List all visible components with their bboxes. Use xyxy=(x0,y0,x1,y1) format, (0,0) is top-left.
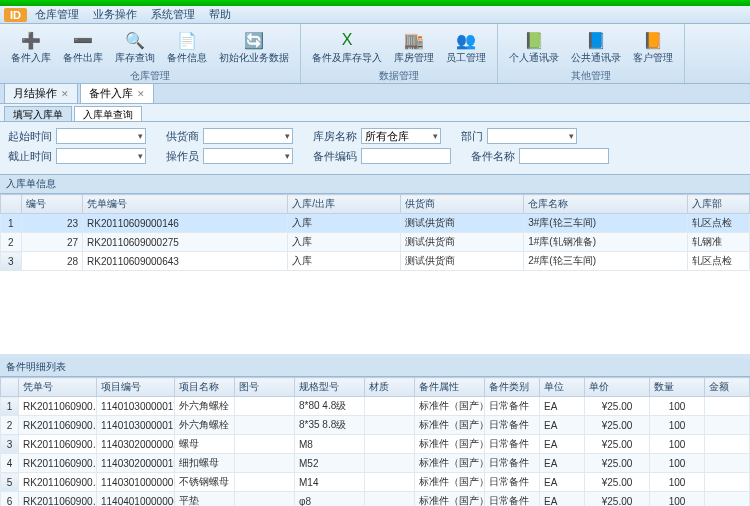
c1-icon: 📗 xyxy=(523,29,545,51)
store-icon: 🏬 xyxy=(403,29,425,51)
excel-icon: X xyxy=(336,29,358,51)
c2-icon: 📘 xyxy=(585,29,607,51)
tab-备件入库[interactable]: 备件入库✕ xyxy=(80,83,154,103)
filter-label: 起始时间 xyxy=(8,129,52,144)
ribbon-in-button[interactable]: ➕备件入库 xyxy=(6,26,56,68)
table-row[interactable]: 123RK20110609000146入库测试供货商3#库(轮三车间)轧区点检 xyxy=(1,214,750,233)
app-logo[interactable]: ID xyxy=(4,8,27,22)
col-header[interactable]: 编号 xyxy=(21,195,83,214)
ribbon-excel-button[interactable]: X备件及库存导入 xyxy=(307,26,387,68)
col-header[interactable] xyxy=(1,195,22,214)
filter-label: 供货商 xyxy=(166,129,199,144)
table-row[interactable]: 2RK2011060900…11401030000011外六角螺栓8*35 8.… xyxy=(1,416,750,435)
ribbon: ➕备件入库➖备件出库🔍库存查询📄备件信息🔄初始化业务数据仓库管理X备件及库存导入… xyxy=(0,24,750,84)
col-header[interactable]: 入库部 xyxy=(688,195,750,214)
col-header[interactable]: 单位 xyxy=(540,378,585,397)
table-row[interactable]: 227RK20110609000275入库测试供货商1#库(轧钢准备)轧钢准 xyxy=(1,233,750,252)
ribbon-info-button[interactable]: 📄备件信息 xyxy=(162,26,212,68)
main-grid[interactable]: 编号凭单编号入库/出库供货商仓库名称入库部123RK20110609000146… xyxy=(0,194,750,354)
filter-panel: 起始时间供货商库房名称所有仓库部门 截止时间操作员备件编码备件名称 xyxy=(0,122,750,175)
ribbon-query-button[interactable]: 🔍库存查询 xyxy=(110,26,160,68)
table-row[interactable]: 1RK2011060900…11401030000017外六角螺栓8*80 4.… xyxy=(1,397,750,416)
table-row[interactable]: 5RK2011060900…11403010000001不锈钢螺母M14标准件（… xyxy=(1,473,750,492)
filter-备件编码-input[interactable] xyxy=(361,148,451,164)
ribbon-group-label: 其他管理 xyxy=(504,68,678,84)
col-header[interactable]: 数量 xyxy=(650,378,705,397)
menu-business[interactable]: 业务操作 xyxy=(93,7,137,22)
table-row[interactable]: 6RK2011060900…11404010000006平垫φ8标准件（国产）日… xyxy=(1,492,750,507)
filter-库房名称-dropdown[interactable]: 所有仓库 xyxy=(361,128,441,144)
col-header[interactable]: 仓库名称 xyxy=(524,195,688,214)
tab-月结操作[interactable]: 月结操作✕ xyxy=(4,83,78,103)
filter-label: 截止时间 xyxy=(8,149,52,164)
ribbon-emp-button[interactable]: 👥员工管理 xyxy=(441,26,491,68)
col-header[interactable]: 材质 xyxy=(365,378,415,397)
detail-grid-title: 备件明细列表 xyxy=(0,358,750,377)
init-icon: 🔄 xyxy=(243,29,265,51)
filter-label: 操作员 xyxy=(166,149,199,164)
table-row[interactable]: 4RK2011060900…11403020000015细扣螺母M52标准件（国… xyxy=(1,454,750,473)
detail-grid[interactable]: 凭单号项目编号项目名称图号规格型号材质备件属性备件类别单位单价数量金额1RK20… xyxy=(0,377,750,506)
info-icon: 📄 xyxy=(176,29,198,51)
filter-label: 备件名称 xyxy=(471,149,515,164)
col-header[interactable]: 图号 xyxy=(235,378,295,397)
out-icon: ➖ xyxy=(72,29,94,51)
filter-label: 部门 xyxy=(461,129,483,144)
ribbon-c1-button[interactable]: 📗个人通讯录 xyxy=(504,26,564,68)
menu-help[interactable]: 帮助 xyxy=(209,7,231,22)
document-tabs: 月结操作✕备件入库✕ xyxy=(0,84,750,104)
filter-部门-dropdown[interactable] xyxy=(487,128,577,144)
filter-label: 库房名称 xyxy=(313,129,357,144)
col-header[interactable]: 备件类别 xyxy=(485,378,540,397)
subtab-填写入库单[interactable]: 填写入库单 xyxy=(4,106,72,121)
filter-供货商-dropdown[interactable] xyxy=(203,128,293,144)
c3-icon: 📙 xyxy=(642,29,664,51)
filter-备件名称-input[interactable] xyxy=(519,148,609,164)
col-header[interactable]: 金额 xyxy=(705,378,750,397)
filter-操作员-dropdown[interactable] xyxy=(203,148,293,164)
emp-icon: 👥 xyxy=(455,29,477,51)
main-grid-title: 入库单信息 xyxy=(0,175,750,194)
col-header[interactable]: 单价 xyxy=(585,378,650,397)
table-row[interactable]: 3RK2011060900…11403020000002螺母M8标准件（国产）日… xyxy=(1,435,750,454)
col-header[interactable]: 凭单号 xyxy=(19,378,97,397)
menu-system[interactable]: 系统管理 xyxy=(151,7,195,22)
filter-起始时间-dropdown[interactable] xyxy=(56,128,146,144)
ribbon-c2-button[interactable]: 📘公共通讯录 xyxy=(566,26,626,68)
subtab-入库单查询[interactable]: 入库单查询 xyxy=(74,106,142,121)
menubar: ID 仓库管理 业务操作 系统管理 帮助 xyxy=(0,6,750,24)
col-header[interactable]: 规格型号 xyxy=(295,378,365,397)
table-row[interactable]: 328RK20110609000643入库测试供货商2#库(轮三车间)轧区点检 xyxy=(1,252,750,271)
col-header[interactable]: 供货商 xyxy=(401,195,524,214)
col-header[interactable]: 凭单编号 xyxy=(83,195,288,214)
col-header[interactable]: 备件属性 xyxy=(415,378,485,397)
col-header[interactable]: 项目名称 xyxy=(175,378,235,397)
close-icon[interactable]: ✕ xyxy=(61,89,69,99)
ribbon-out-button[interactable]: ➖备件出库 xyxy=(58,26,108,68)
close-icon[interactable]: ✕ xyxy=(137,89,145,99)
col-header[interactable]: 项目编号 xyxy=(97,378,175,397)
ribbon-group-label: 仓库管理 xyxy=(6,68,294,84)
filter-截止时间-dropdown[interactable] xyxy=(56,148,146,164)
menu-warehouse[interactable]: 仓库管理 xyxy=(35,7,79,22)
sub-tabs: 填写入库单入库单查询 xyxy=(0,104,750,122)
ribbon-c3-button[interactable]: 📙客户管理 xyxy=(628,26,678,68)
in-icon: ➕ xyxy=(20,29,42,51)
ribbon-store-button[interactable]: 🏬库房管理 xyxy=(389,26,439,68)
ribbon-init-button[interactable]: 🔄初始化业务数据 xyxy=(214,26,294,68)
col-header[interactable] xyxy=(1,378,19,397)
query-icon: 🔍 xyxy=(124,29,146,51)
ribbon-group-label: 数据管理 xyxy=(307,68,491,84)
col-header[interactable]: 入库/出库 xyxy=(288,195,401,214)
filter-label: 备件编码 xyxy=(313,149,357,164)
